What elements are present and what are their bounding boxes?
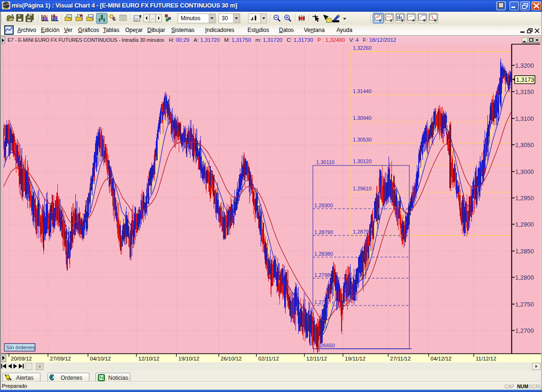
svg-text:Minutos: Minutos bbox=[181, 15, 200, 22]
svg-text:...: ... bbox=[151, 16, 155, 20]
svg-text:26/10/12: 26/10/12 bbox=[221, 356, 242, 361]
svg-text:19/11/12: 19/11/12 bbox=[345, 356, 366, 361]
svg-text:19/10/12: 19/10/12 bbox=[178, 356, 199, 361]
svg-text:Sin órdenes: Sin órdenes bbox=[6, 345, 35, 350]
svg-text:1,3000: 1,3000 bbox=[515, 168, 534, 175]
svg-text:1,2750: 1,2750 bbox=[515, 301, 534, 308]
svg-text:1,2900: 1,2900 bbox=[515, 221, 534, 228]
svg-text:1.30530: 1.30530 bbox=[353, 137, 372, 142]
svg-text:1,3150: 1,3150 bbox=[515, 88, 534, 95]
svg-text:11/12/12: 11/12/12 bbox=[476, 356, 496, 361]
svg-text:1.27980: 1.27980 bbox=[314, 272, 333, 278]
svg-text:1,2800: 1,2800 bbox=[515, 274, 534, 281]
svg-text:1,2950: 1,2950 bbox=[515, 195, 534, 202]
svg-text:1,3200: 1,3200 bbox=[515, 62, 534, 69]
svg-text:3: 3 bbox=[401, 18, 404, 23]
svg-text:12/11/12: 12/11/12 bbox=[306, 356, 327, 361]
svg-text:1.30110: 1.30110 bbox=[316, 159, 335, 165]
svg-text:02/11/12: 02/11/12 bbox=[258, 356, 279, 361]
svg-text:1.29610: 1.29610 bbox=[353, 186, 372, 191]
svg-text:30: 30 bbox=[222, 15, 228, 22]
svg-text:1,3100: 1,3100 bbox=[515, 115, 534, 122]
svg-text:04/12/12: 04/12/12 bbox=[430, 356, 452, 361]
svg-text:6: 6 bbox=[434, 18, 437, 23]
svg-text:1,2700: 1,2700 bbox=[515, 327, 534, 334]
svg-text:1,2850: 1,2850 bbox=[515, 248, 534, 255]
svg-text:1: 1 bbox=[379, 18, 382, 23]
svg-text:€: € bbox=[112, 16, 115, 22]
svg-text:12/10/12: 12/10/12 bbox=[138, 356, 159, 361]
svg-text:1,3050: 1,3050 bbox=[515, 141, 534, 149]
svg-text:20/09/12: 20/09/12 bbox=[11, 356, 32, 361]
svg-text:2: 2 bbox=[390, 18, 392, 23]
svg-text:€: € bbox=[49, 373, 54, 382]
svg-text:27/09/12: 27/09/12 bbox=[50, 356, 71, 361]
svg-text:1.29300: 1.29300 bbox=[314, 203, 333, 208]
svg-text:1.28380: 1.28380 bbox=[314, 251, 333, 257]
svg-text:1.30120: 1.30120 bbox=[353, 158, 372, 164]
svg-text:1.32260: 1.32260 bbox=[353, 45, 372, 51]
svg-text:4: 4 bbox=[412, 18, 414, 23]
svg-text:1.31440: 1.31440 bbox=[353, 88, 372, 94]
svg-text:1.30940: 1.30940 bbox=[353, 115, 372, 121]
svg-text:1.28790: 1.28790 bbox=[314, 229, 333, 235]
svg-text:27/11/12: 27/11/12 bbox=[390, 356, 411, 361]
svg-text:5: 5 bbox=[423, 18, 426, 23]
svg-text:1,3173: 1,3173 bbox=[516, 77, 534, 83]
svg-text:04/10/12: 04/10/12 bbox=[90, 356, 111, 361]
